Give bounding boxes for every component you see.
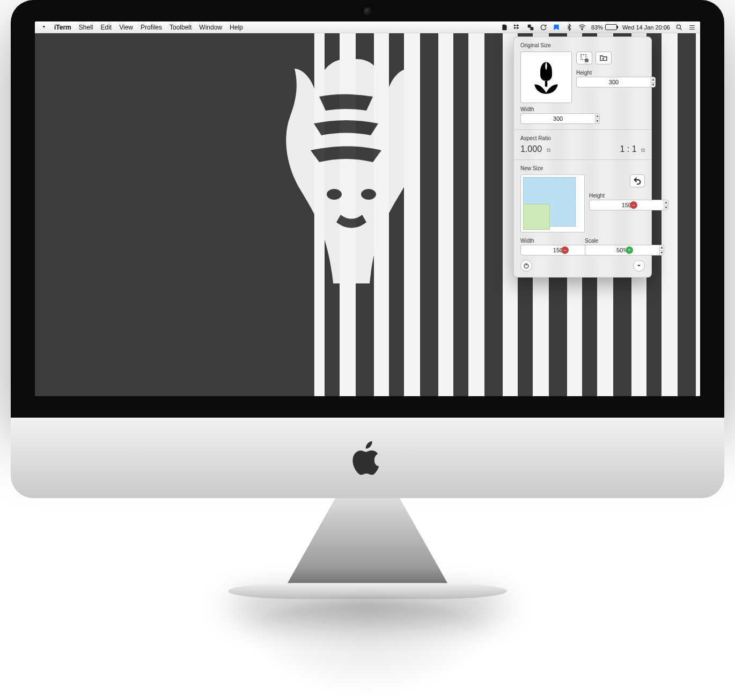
new-width-label: Width xyxy=(520,238,580,244)
menu-help[interactable]: Help xyxy=(230,24,243,31)
menu-window[interactable]: Window xyxy=(199,24,222,31)
power-button[interactable] xyxy=(520,260,532,272)
bluetooth-menubar-icon[interactable] xyxy=(565,24,573,31)
menu-toolbelt[interactable]: Toolbelt xyxy=(170,24,192,31)
aspect-decimal-value: 1.000 xyxy=(520,144,542,154)
menu-edit[interactable]: Edit xyxy=(100,24,112,31)
battery-percent-text: 83% xyxy=(591,24,603,31)
evernote-menubar-icon[interactable] xyxy=(501,24,509,31)
menubar-app-name[interactable]: iTerm xyxy=(54,24,71,31)
menubar: iTerm Shell Edit View Profiles Toolbelt … xyxy=(35,21,700,33)
sync-menubar-icon[interactable] xyxy=(540,24,547,31)
original-width-input[interactable] xyxy=(520,113,595,124)
svg-point-4 xyxy=(582,29,583,30)
scale-label: Scale xyxy=(585,238,645,244)
more-options-button[interactable] xyxy=(633,260,645,272)
original-width-stepper[interactable]: ▲▼ xyxy=(595,113,600,124)
undo-button[interactable] xyxy=(630,174,645,187)
battery-icon xyxy=(605,24,617,30)
menu-shell[interactable]: Shell xyxy=(79,24,93,31)
new-height-input[interactable] xyxy=(589,200,664,210)
open-folder-button[interactable] xyxy=(596,52,612,64)
apple-logo-icon xyxy=(349,436,386,479)
copy-decimal-button[interactable]: ⧉ xyxy=(547,147,550,153)
original-height-input[interactable] xyxy=(576,77,651,88)
tulip-icon xyxy=(527,59,565,96)
scale-input[interactable] xyxy=(585,245,659,256)
resize-panel: Original Size xyxy=(513,37,652,278)
svg-point-0 xyxy=(327,189,342,200)
size-preview xyxy=(520,174,585,232)
svg-point-1 xyxy=(361,189,376,200)
dropbox-menubar-icon[interactable] xyxy=(514,24,521,31)
new-height-label: Height xyxy=(589,193,645,199)
crop-add-button[interactable] xyxy=(576,52,592,64)
wifi-menubar-icon[interactable] xyxy=(578,24,586,31)
original-width-label: Width xyxy=(520,106,645,112)
width-lock-remove-button[interactable]: − xyxy=(561,246,569,254)
copy-ratio-button[interactable]: ⧉ xyxy=(641,147,645,153)
original-height-label: Height xyxy=(576,70,645,76)
original-thumbnail[interactable] xyxy=(520,52,572,103)
imac-reflection xyxy=(228,599,507,696)
resize-app-menubar-icon[interactable] xyxy=(527,24,534,31)
svg-line-6 xyxy=(680,28,681,30)
preview-new-rect xyxy=(523,204,550,230)
svg-rect-3 xyxy=(530,27,533,30)
imac-mockup: iTerm Shell Edit View Profiles Toolbelt … xyxy=(11,0,724,696)
new-size-label: New Size xyxy=(520,165,645,171)
svg-point-5 xyxy=(677,25,680,28)
news-menubar-icon[interactable] xyxy=(553,24,560,31)
notification-center-icon[interactable] xyxy=(688,24,696,31)
scale-lock-add-button[interactable]: + xyxy=(626,246,633,254)
isight-camera xyxy=(364,8,371,15)
original-size-label: Original Size xyxy=(520,42,645,48)
original-height-stepper[interactable]: ▲▼ xyxy=(651,77,656,88)
imac-stand-base xyxy=(228,583,507,599)
aspect-ratio-label: Aspect Ratio xyxy=(520,135,645,141)
new-height-stepper[interactable]: ▲▼ xyxy=(664,200,668,210)
wallpaper-zebra-head xyxy=(282,54,432,311)
new-width-input[interactable] xyxy=(520,245,595,256)
scale-stepper[interactable]: ▲▼ xyxy=(659,245,664,256)
battery-status[interactable]: 83% xyxy=(591,24,617,31)
menubar-clock[interactable]: Wed 14 Jan 20:06 xyxy=(622,24,670,31)
desktop: iTerm Shell Edit View Profiles Toolbelt … xyxy=(35,21,700,396)
height-lock-remove-button[interactable]: − xyxy=(630,201,637,209)
imac-bezel: iTerm Shell Edit View Profiles Toolbelt … xyxy=(11,0,724,418)
apple-menu-icon[interactable] xyxy=(39,24,47,31)
imac-stand xyxy=(287,498,448,584)
spotlight-icon[interactable] xyxy=(675,24,683,31)
svg-rect-10 xyxy=(581,55,586,60)
menubar-status-area: 83% Wed 14 Jan 20:06 xyxy=(501,24,696,31)
menu-view[interactable]: View xyxy=(119,24,133,31)
imac-chin xyxy=(11,418,724,498)
aspect-ratio-value: 1 : 1 xyxy=(620,144,636,154)
menu-profiles[interactable]: Profiles xyxy=(141,24,162,31)
